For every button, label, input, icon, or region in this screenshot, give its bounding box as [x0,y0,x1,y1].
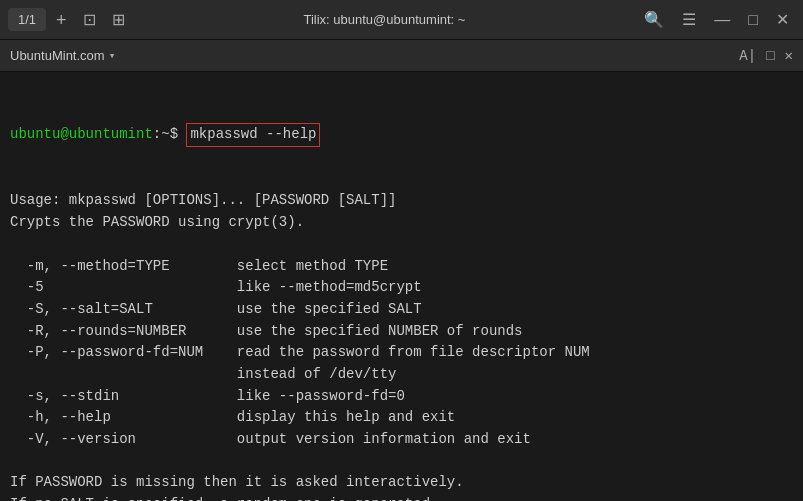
menu-button[interactable]: ☰ [676,10,702,30]
prompt-line: ubuntu@ubuntumint:~$ mkpasswd --help [10,123,793,147]
session-bar: UbuntuMint.com ▾ A| □ ✕ [0,40,803,72]
terminal-line [10,234,793,256]
minimize-button[interactable]: — [708,10,736,30]
close-button[interactable]: ✕ [770,10,795,30]
tab-icon1-button[interactable]: ⊡ [77,8,102,31]
session-name[interactable]: UbuntuMint.com [10,48,105,63]
title-bar: 1/1 + ⊡ ⊞ Tilix: ubuntu@ubuntumint: ~ 🔍 … [0,0,803,40]
terminal[interactable]: ubuntu@ubuntumint:~$ mkpasswd --help Usa… [0,72,803,501]
tab-label[interactable]: 1/1 [8,8,46,31]
add-tab-button[interactable]: + [50,9,73,31]
terminal-line: -R, --rounds=NUMBER use the specified NU… [10,321,793,343]
terminal-output: Usage: mkpasswd [OPTIONS]... [PASSWORD [… [10,190,793,501]
command-highlight: mkpasswd --help [186,123,320,147]
prompt-user: ubuntu@ubuntumint [10,124,153,146]
session-dropdown-icon[interactable]: ▾ [109,49,116,62]
session-bar-right: A| □ ✕ [739,47,793,64]
terminal-line: -S, --salt=SALT use the specified SALT [10,299,793,321]
tab-area: 1/1 + ⊡ ⊞ [8,8,131,31]
tab-icon2-button[interactable]: ⊞ [106,8,131,31]
terminal-line [10,451,793,473]
session-close-icon[interactable]: ✕ [785,47,793,64]
maximize-button[interactable]: □ [742,10,764,30]
terminal-line: Crypts the PASSWORD using crypt(3). [10,212,793,234]
terminal-line: -5 like --method=md5crypt [10,277,793,299]
terminal-line: Usage: mkpasswd [OPTIONS]... [PASSWORD [… [10,190,793,212]
search-button[interactable]: 🔍 [638,10,670,30]
terminal-line: If PASSWORD is missing then it is asked … [10,472,793,494]
font-size-icon[interactable]: A| [739,48,756,64]
prompt-separator: :~$ [153,124,178,146]
terminal-line: instead of /dev/tty [10,364,793,386]
terminal-line: -m, --method=TYPE select method TYPE [10,256,793,278]
terminal-line: -P, --password-fd=NUM read the password … [10,342,793,364]
terminal-line: -h, --help display this help and exit [10,407,793,429]
terminal-line: -s, --stdin like --password-fd=0 [10,386,793,408]
terminal-line: If no SALT is specified, a random one is… [10,494,793,501]
window-title: Tilix: ubuntu@ubuntumint: ~ [131,12,639,27]
terminal-line: -V, --version output version information… [10,429,793,451]
tile-icon[interactable]: □ [766,48,774,64]
window-controls: 🔍 ☰ — □ ✕ [638,10,795,30]
